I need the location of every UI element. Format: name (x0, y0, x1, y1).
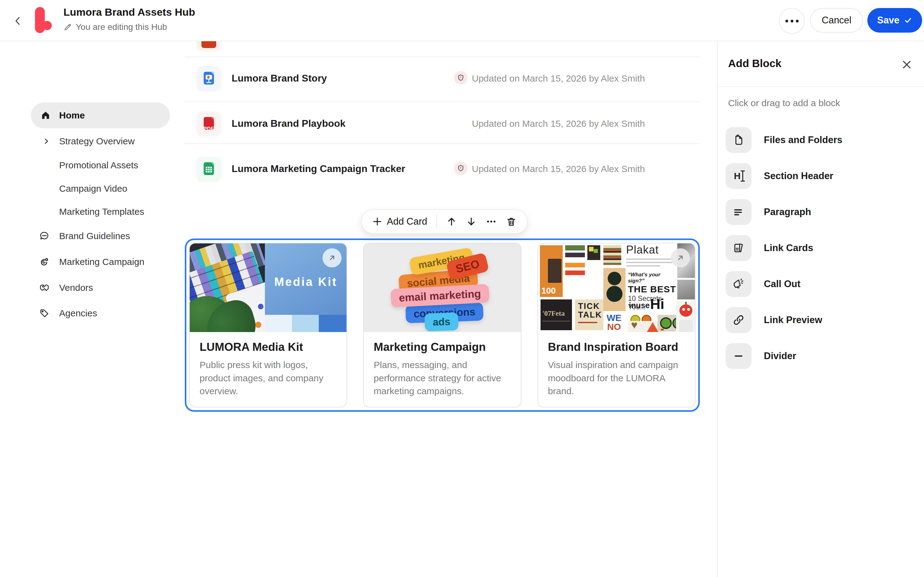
row-divider (185, 56, 700, 57)
open-card-button[interactable] (323, 248, 342, 268)
block-option-link-cards[interactable]: Link Cards (726, 235, 914, 261)
call-out-icon (726, 271, 751, 297)
block-option-label: Link Cards (764, 242, 813, 253)
collage-tile: Plakat (626, 243, 675, 266)
file-row-meta: Updated on March 15, 2026 by Alex Smith (472, 118, 645, 129)
collage-tile: Hi (650, 296, 664, 312)
sidebar-item-brand-guidelines[interactable]: Brand Guidelines (31, 226, 170, 246)
add-card-label: Add Card (387, 216, 427, 227)
collage-tile (565, 245, 585, 275)
collage-tile: '07Feta (541, 300, 572, 330)
sidebar-item-marketing-templates[interactable]: Marketing Templates (31, 202, 170, 222)
sidebar-item-label: Promotional Assets (59, 160, 138, 171)
collage-tile: inuse (629, 301, 650, 310)
speech-bubble-icon (39, 230, 50, 242)
sidebar-item-strategy-overview[interactable]: Strategy Overview (31, 131, 170, 151)
link-card-media-kit[interactable]: Media Kit LUMORA Media Kit Public press … (189, 243, 347, 408)
sidebar-item-label: Marketing Campaign (59, 257, 144, 267)
block-option-label: Paragraph (764, 206, 811, 218)
add-block-hint: Click or drag to add a block (728, 98, 840, 108)
top-bar: Lumora Brand Assets Hub You are editing … (0, 0, 924, 41)
link-card-marketing-campaign[interactable]: marketing SEO social media email marketi… (363, 243, 521, 408)
block-option-call-out[interactable]: Call Out (726, 271, 914, 297)
block-option-divider[interactable]: Divider (726, 343, 914, 369)
file-row-meta: Updated on March 15, 2026 by Alex Smith (472, 164, 645, 174)
toolbar-separator (436, 215, 437, 228)
cancel-button[interactable]: Cancel (810, 8, 863, 32)
sidebar-item-label: Brand Guidelines (59, 231, 130, 241)
sidebar-item-label: Vendors (59, 282, 93, 293)
block-option-files-and-folders[interactable]: Files and Folders (726, 127, 914, 153)
arrow-down-icon (466, 216, 477, 227)
collage-tile: TICK TALK (575, 300, 603, 330)
link-preview-icon (726, 307, 751, 333)
keynote-file-icon (197, 66, 221, 90)
card-title: LUMORA Media Kit (200, 341, 337, 354)
file-row-title[interactable]: Lumora Brand Playbook (232, 118, 346, 129)
external-link-icon (328, 253, 336, 262)
collage-tile (587, 245, 600, 260)
block-more-button[interactable] (486, 216, 497, 227)
pdf-label: PDF (201, 126, 216, 132)
save-button[interactable]: Save (867, 8, 922, 32)
media-kit-caption: Media Kit (265, 276, 347, 288)
media-kit-photo (190, 243, 265, 332)
file-row-meta: Updated on March 15, 2026 by Alex Smith (472, 73, 645, 84)
header-more-button[interactable] (779, 8, 805, 34)
shield-icon (454, 71, 468, 85)
block-option-paragraph[interactable]: Paragraph (726, 199, 914, 225)
link-card-brand-inspiration[interactable]: 100 Plakat (538, 243, 695, 408)
link-cards-icon (726, 235, 751, 261)
sidebar-item-label: Agencies (59, 308, 97, 319)
sidebar-item-home[interactable]: Home (31, 103, 170, 128)
block-option-label: Link Preview (764, 314, 822, 326)
pill-ads: ads (425, 312, 459, 331)
sidebar-item-vendors[interactable]: Vendors (31, 278, 170, 298)
panel-divider-vertical (717, 40, 718, 577)
collage-tile (676, 301, 695, 332)
collage-tile (603, 245, 621, 265)
block-option-label: Divider (764, 350, 796, 362)
add-card-button[interactable]: Add Card (372, 216, 427, 227)
inspiration-board-image: 100 Plakat (538, 243, 695, 332)
sidebar-item-promotional-assets[interactable]: Promotional Assets (31, 155, 170, 175)
selected-link-cards-block[interactable]: Media Kit LUMORA Media Kit Public press … (185, 239, 700, 412)
marketing-campaign-image: marketing SEO social media email marketi… (364, 243, 520, 332)
back-button[interactable] (11, 14, 25, 28)
move-up-button[interactable] (446, 216, 457, 227)
section-header-icon: H (726, 163, 751, 189)
sidebar-item-label: Strategy Overview (59, 136, 135, 147)
block-option-label: Files and Folders (764, 134, 842, 145)
delete-block-button[interactable] (506, 216, 517, 227)
ellipsis-icon (486, 216, 497, 227)
external-link-icon (676, 253, 685, 262)
close-icon (901, 59, 912, 70)
open-card-button[interactable] (671, 248, 690, 268)
card-description: Visual inspiration and campaign moodboar… (548, 358, 685, 398)
sidebar-item-label: Campaign Video (59, 184, 127, 194)
collage-tile: WE NO (605, 314, 623, 332)
media-kit-color-strip (265, 315, 347, 332)
block-toolbar: Add Card (361, 209, 528, 234)
file-row-title[interactable]: Lumora Brand Story (232, 73, 327, 84)
handshake-icon (39, 282, 50, 293)
save-label: Save (877, 15, 899, 26)
swirl-icon (39, 256, 50, 268)
lumora-logo (33, 6, 52, 35)
block-option-link-preview[interactable]: Link Preview (726, 307, 914, 333)
file-row-title[interactable]: Lumora Marketing Campaign Tracker (232, 163, 405, 174)
sidebar-item-campaign-video[interactable]: Campaign Video (31, 179, 170, 198)
move-down-button[interactable] (466, 216, 477, 227)
row-divider (185, 102, 700, 102)
sidebar-item-agencies[interactable]: Agencies (31, 303, 170, 323)
sidebar-item-marketing-campaign[interactable]: Marketing Campaign (31, 252, 170, 272)
close-panel-button[interactable] (900, 58, 914, 71)
tag-icon (39, 308, 50, 319)
hub-title: Lumora Brand Assets Hub (63, 6, 195, 18)
pdf-file-icon: PDF (197, 112, 221, 135)
add-block-title: Add Block (728, 57, 782, 69)
media-kit-image: Media Kit (190, 243, 347, 332)
card-title: Marketing Campaign (373, 341, 510, 354)
shield-icon (454, 161, 468, 175)
block-option-section-header[interactable]: H Section Header (726, 163, 914, 189)
